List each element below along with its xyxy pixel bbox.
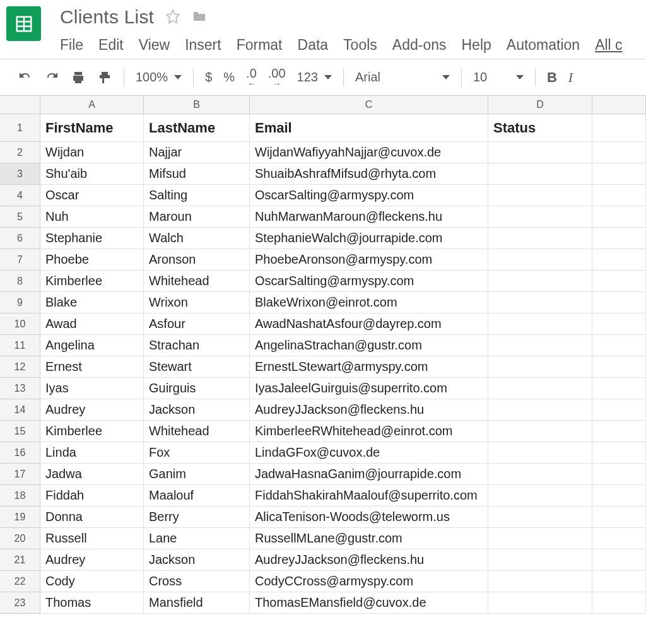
- cell[interactable]: FiddahShakirahMaalouf@superrito.com: [250, 485, 488, 506]
- cell[interactable]: AwadNashatAsfour@dayrep.com: [250, 313, 488, 335]
- cell[interactable]: Angelina: [40, 335, 144, 356]
- cell[interactable]: [592, 378, 646, 399]
- column-header-a[interactable]: A: [40, 95, 144, 114]
- cell[interactable]: PhoebeAronson@armyspy.com: [250, 249, 488, 271]
- cell[interactable]: [592, 228, 646, 249]
- row-header[interactable]: 13: [0, 378, 40, 399]
- menu-help[interactable]: Help: [461, 37, 491, 54]
- cell[interactable]: Iyas: [40, 378, 144, 399]
- cell[interactable]: ThomasEMansfield@cuvox.de: [250, 592, 488, 614]
- cell[interactable]: [488, 421, 592, 442]
- cell[interactable]: Cross: [144, 571, 250, 592]
- row-header[interactable]: 9: [0, 292, 40, 313]
- cell[interactable]: [488, 335, 592, 356]
- print-button[interactable]: [71, 70, 86, 85]
- cell[interactable]: Jackson: [144, 549, 250, 571]
- menu-all-c[interactable]: All c: [595, 37, 622, 54]
- cell[interactable]: [488, 549, 592, 571]
- cell[interactable]: [592, 335, 646, 356]
- cell[interactable]: [592, 142, 646, 163]
- cell[interactable]: Whitehead: [144, 421, 250, 442]
- cell[interactable]: [592, 292, 646, 313]
- cell[interactable]: Cody: [40, 571, 144, 592]
- cell[interactable]: [488, 271, 592, 292]
- percent-button[interactable]: %: [223, 70, 235, 85]
- cell[interactable]: [488, 142, 592, 163]
- cell[interactable]: [592, 313, 646, 335]
- cell[interactable]: Nuh: [40, 206, 144, 228]
- cell[interactable]: [592, 185, 646, 206]
- row-header[interactable]: 22: [0, 571, 40, 592]
- cell[interactable]: JadwaHasnaGanim@jourrapide.com: [250, 464, 488, 485]
- cell[interactable]: BlakeWrixon@einrot.com: [250, 292, 488, 313]
- column-header-c[interactable]: C: [250, 95, 488, 114]
- star-icon[interactable]: [165, 9, 180, 26]
- bold-button[interactable]: B: [547, 69, 557, 86]
- font-size-dropdown[interactable]: 10: [473, 70, 524, 85]
- sheets-logo[interactable]: [6, 6, 41, 41]
- row-header[interactable]: 4: [0, 185, 40, 206]
- cell[interactable]: WijdanWafiyyahNajjar@cuvox.de: [250, 142, 488, 163]
- cell[interactable]: AudreyJJackson@fleckens.hu: [250, 399, 488, 421]
- menu-data[interactable]: Data: [298, 37, 329, 54]
- cell[interactable]: [488, 592, 592, 614]
- zoom-dropdown[interactable]: 100%: [136, 70, 182, 85]
- cell[interactable]: Kimberlee: [40, 271, 144, 292]
- cell[interactable]: [488, 399, 592, 421]
- undo-button[interactable]: [18, 70, 33, 85]
- cell[interactable]: Awad: [40, 313, 144, 335]
- cell[interactable]: [592, 206, 646, 228]
- cell[interactable]: StephanieWalch@jourrapide.com: [250, 228, 488, 249]
- cell[interactable]: IyasJaleelGuirguis@superrito.com: [250, 378, 488, 399]
- row-header[interactable]: 5: [0, 206, 40, 228]
- cell[interactable]: [488, 506, 592, 528]
- cell[interactable]: Russell: [40, 528, 144, 549]
- cell[interactable]: [592, 249, 646, 271]
- cell[interactable]: Ganim: [144, 464, 250, 485]
- row-header[interactable]: 3: [0, 163, 40, 185]
- cell[interactable]: OscarSalting@armyspy.com: [250, 185, 488, 206]
- row-header[interactable]: 15: [0, 421, 40, 442]
- cell[interactable]: CodyCCross@armyspy.com: [250, 571, 488, 592]
- cell[interactable]: [488, 528, 592, 549]
- cell[interactable]: AlicaTenison-Woods@teleworm.us: [250, 506, 488, 528]
- cell[interactable]: [488, 292, 592, 313]
- cell[interactable]: Blake: [40, 292, 144, 313]
- cell[interactable]: [592, 549, 646, 571]
- cell[interactable]: Phoebe: [40, 249, 144, 271]
- cell[interactable]: Jadwa: [40, 464, 144, 485]
- cell[interactable]: Wrixon: [144, 292, 250, 313]
- cell[interactable]: [488, 206, 592, 228]
- cell[interactable]: Maroun: [144, 206, 250, 228]
- paint-format-button[interactable]: [97, 70, 112, 85]
- cell[interactable]: NuhMarwanMaroun@fleckens.hu: [250, 206, 488, 228]
- row-header[interactable]: 10: [0, 313, 40, 335]
- cell[interactable]: Najjar: [144, 142, 250, 163]
- cell[interactable]: Fox: [144, 442, 250, 464]
- row-header[interactable]: 23: [0, 592, 40, 614]
- row-header[interactable]: 8: [0, 271, 40, 292]
- cell[interactable]: [592, 464, 646, 485]
- cell[interactable]: [488, 442, 592, 464]
- cell[interactable]: Fiddah: [40, 485, 144, 506]
- column-header-d[interactable]: D: [488, 95, 592, 114]
- cell[interactable]: Kimberlee: [40, 421, 144, 442]
- row-header[interactable]: 14: [0, 399, 40, 421]
- cell[interactable]: LastName: [144, 114, 250, 142]
- redo-button[interactable]: [44, 70, 59, 85]
- cell[interactable]: [592, 163, 646, 185]
- cell[interactable]: [488, 485, 592, 506]
- cell[interactable]: [488, 313, 592, 335]
- cell[interactable]: Asfour: [144, 313, 250, 335]
- menu-insert[interactable]: Insert: [185, 37, 221, 54]
- cell[interactable]: Thomas: [40, 592, 144, 614]
- cell[interactable]: Audrey: [40, 399, 144, 421]
- cell[interactable]: Strachan: [144, 335, 250, 356]
- cell[interactable]: Mansfield: [144, 592, 250, 614]
- menu-edit[interactable]: Edit: [98, 37, 124, 54]
- cell[interactable]: Ernest: [40, 356, 144, 378]
- cell[interactable]: [592, 442, 646, 464]
- number-format-dropdown[interactable]: 123: [297, 70, 332, 85]
- cell[interactable]: [488, 228, 592, 249]
- menu-view[interactable]: View: [139, 37, 170, 54]
